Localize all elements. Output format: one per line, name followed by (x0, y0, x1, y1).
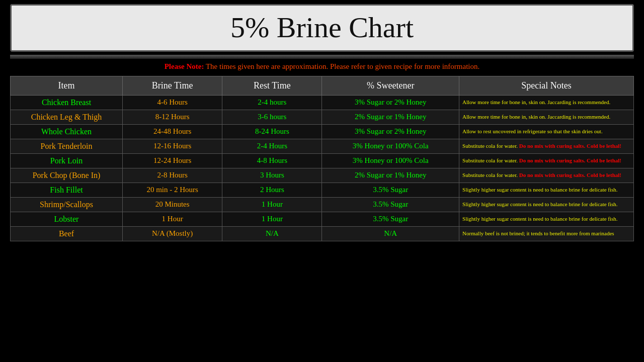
table-row: Pork Tenderloin12-16 Hours2-4 Hours3% Ho… (11, 139, 634, 153)
cell-notes: Normally beef is not brined; it tends to… (459, 226, 634, 241)
page-wrapper: 5% Brine Chart Please Note: The times gi… (0, 0, 644, 362)
cell-sweetener: 3% Sugar or 2% Honey (322, 95, 459, 110)
table-row: BeefN/A (Mostly)N/AN/ANormally beef is n… (11, 226, 634, 241)
cell-sweetener: 3.5% Sugar (322, 183, 459, 197)
header-item: Item (11, 76, 123, 95)
cell-item: Beef (11, 226, 123, 241)
table-row: Pork Chop (Bone In)2-8 Hours3 Hours2% Su… (11, 168, 634, 183)
divider-bar (10, 55, 634, 59)
cell-brine: 1 Hour (123, 212, 222, 226)
cell-notes: Allow to rest uncovered in refrigerate s… (459, 124, 634, 139)
header-notes: Special Notes (459, 76, 634, 95)
cell-item: Pork Chop (Bone In) (11, 168, 123, 183)
table-row: Whole Chicken24-48 Hours8-24 Hours3% Sug… (11, 124, 634, 139)
cell-brine: N/A (Mostly) (123, 226, 222, 241)
cell-notes: Slightly higher sugar content is need to… (459, 197, 634, 212)
table-row: Shrimp/Scallops20 Minutes1 Hour3.5% Suga… (11, 197, 634, 212)
cell-brine: 20 Minutes (123, 197, 222, 212)
cell-item: Lobster (11, 212, 123, 226)
cell-notes: Substitute cola for water. Do no mix wit… (459, 168, 634, 183)
note-line: Please Note: The times given here are ap… (10, 62, 634, 72)
cell-item: Chicken Leg & Thigh (11, 110, 123, 124)
cell-brine: 12-16 Hours (123, 139, 222, 153)
cell-item: Pork Tenderloin (11, 139, 123, 153)
cell-sweetener: 2% Sugar or 1% Honey (322, 168, 459, 183)
cell-sweetener: N/A (322, 226, 459, 241)
cell-item: Fish Fillet (11, 183, 123, 197)
cell-notes: Substitute cola for water. Do no mix wit… (459, 153, 634, 168)
page-title: 5% Brine Chart (12, 11, 632, 44)
cell-notes: Substitute cola for water. Do no mix wit… (459, 139, 634, 153)
header-rest: Rest Time (222, 76, 322, 95)
table-row: Fish Fillet20 min - 2 Hours2 Hours3.5% S… (11, 183, 634, 197)
cell-brine: 2-8 Hours (123, 168, 222, 183)
cell-sweetener: 3% Honey or 100% Cola (322, 153, 459, 168)
table-header-row: Item Brine Time Rest Time % Sweetener Sp… (11, 76, 634, 95)
cell-brine: 8-12 Hours (123, 110, 222, 124)
cell-rest: 8-24 Hours (222, 124, 322, 139)
cell-item: Pork Loin (11, 153, 123, 168)
cell-brine: 4-6 Hours (123, 95, 222, 110)
table-row: Lobster1 Hour1 Hour3.5% SugarSlightly hi… (11, 212, 634, 226)
cell-rest: 3-6 hours (222, 110, 322, 124)
cell-notes: Allow more time for bone in, skin on. Ja… (459, 110, 634, 124)
note-text: The times given here are approximation. … (204, 62, 479, 70)
cell-item: Chicken Breast (11, 95, 123, 110)
cell-sweetener: 3.5% Sugar (322, 197, 459, 212)
cell-notes: Allow more time for bone in, skin on. Ja… (459, 95, 634, 110)
cell-brine: 12-24 Hours (123, 153, 222, 168)
cell-rest: 1 Hour (222, 212, 322, 226)
cell-notes: Slightly higher sugar content is need to… (459, 212, 634, 226)
cell-notes: Slightly higher sugar content is need to… (459, 183, 634, 197)
cell-brine: 24-48 Hours (123, 124, 222, 139)
table-row: Pork Loin12-24 Hours4-8 Hours3% Honey or… (11, 153, 634, 168)
header-sweetener: % Sweetener (322, 76, 459, 95)
header-brine: Brine Time (123, 76, 222, 95)
cell-rest: 1 Hour (222, 197, 322, 212)
cell-rest: 3 Hours (222, 168, 322, 183)
brine-chart-table: Item Brine Time Rest Time % Sweetener Sp… (10, 76, 634, 241)
cell-sweetener: 3% Honey or 100% Cola (322, 139, 459, 153)
cell-rest: 2-4 hours (222, 95, 322, 110)
cell-rest: 2 Hours (222, 183, 322, 197)
note-bold: Please Note: (165, 62, 204, 70)
cell-sweetener: 3% Sugar or 2% Honey (322, 124, 459, 139)
table-row: Chicken Breast4-6 Hours2-4 hours3% Sugar… (11, 95, 634, 110)
cell-rest: 4-8 Hours (222, 153, 322, 168)
cell-rest: N/A (222, 226, 322, 241)
cell-brine: 20 min - 2 Hours (123, 183, 222, 197)
cell-item: Whole Chicken (11, 124, 123, 139)
table-row: Chicken Leg & Thigh8-12 Hours3-6 hours2%… (11, 110, 634, 124)
cell-sweetener: 3.5% Sugar (322, 212, 459, 226)
cell-sweetener: 2% Sugar or 1% Honey (322, 110, 459, 124)
title-box: 5% Brine Chart (10, 4, 634, 52)
cell-item: Shrimp/Scallops (11, 197, 123, 212)
cell-rest: 2-4 Hours (222, 139, 322, 153)
